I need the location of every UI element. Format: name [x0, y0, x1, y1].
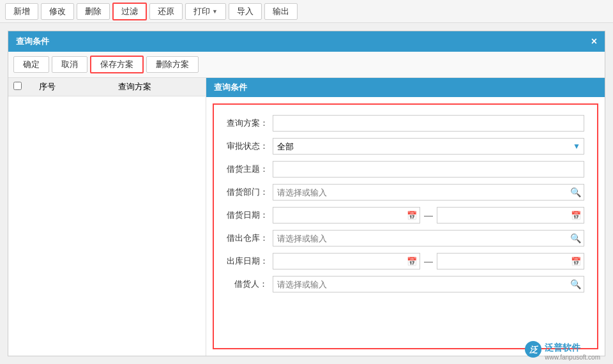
borrow-dept-search-icon[interactable]: 🔍	[570, 187, 581, 197]
scheme-list-header: 序号 查询方案	[8, 78, 206, 96]
borrow-warehouse-label: 借出仓库：	[227, 232, 273, 244]
scheme-list-panel: 序号 查询方案	[8, 78, 206, 356]
borrow-date-label: 借货日期：	[227, 209, 273, 221]
add-button[interactable]: 新增	[5, 3, 38, 20]
borrower-search-icon[interactable]: 🔍	[570, 279, 581, 289]
dialog-title: 查询条件	[16, 36, 49, 47]
borrow-warehouse-input[interactable]	[273, 230, 584, 246]
watermark-logo-icon: 泛	[524, 340, 542, 363]
delete-button[interactable]: 删除	[77, 3, 110, 20]
approval-row: 审批状态： 全部 待审批 已审批 已拒绝 ▼	[227, 138, 584, 155]
approval-select-wrap: 全部 待审批 已审批 已拒绝 ▼	[273, 138, 584, 155]
delete-scheme-button[interactable]: 删除方案	[146, 56, 199, 73]
watermark-company-name: 泛普软件	[545, 342, 600, 354]
borrow-dept-wrap: 🔍	[273, 184, 584, 201]
scheme-label: 查询方案：	[227, 118, 273, 129]
borrow-date-start-input[interactable]	[273, 207, 420, 224]
select-all-checkbox[interactable]	[13, 82, 22, 90]
out-date-end-input[interactable]	[437, 253, 584, 269]
confirm-button[interactable]: 确定	[13, 56, 49, 73]
export-button[interactable]: 输出	[264, 3, 298, 20]
restore-button[interactable]: 还原	[149, 3, 183, 20]
out-date-start-wrap: 📅	[273, 253, 420, 269]
seq-header: 序号	[31, 81, 63, 93]
watermark-url: www.fanpusoft.com	[545, 354, 600, 361]
out-date-end-icon[interactable]: 📅	[571, 257, 581, 266]
out-date-range: 📅 — 📅	[273, 253, 584, 269]
save-scheme-button[interactable]: 保存方案	[90, 56, 144, 73]
print-button[interactable]: 打印 ▼	[185, 3, 226, 20]
dialog-header: 查询条件 ×	[8, 31, 605, 52]
borrower-label: 借货人：	[227, 278, 273, 290]
out-date-start-input[interactable]	[273, 253, 420, 269]
date-separator: —	[423, 210, 434, 220]
watermark: 泛 泛普软件 www.fanpusoft.com	[524, 340, 600, 363]
out-date-end-wrap: 📅	[437, 253, 584, 269]
borrow-date-start-icon[interactable]: 📅	[407, 211, 417, 220]
dialog-toolbar: 确定 取消 保存方案 删除方案	[8, 52, 605, 78]
query-form: 查询方案： 审批状态： 全部 待审批 已审批 已拒绝	[213, 103, 598, 349]
out-date-start-icon[interactable]: 📅	[407, 257, 417, 266]
borrow-date-row: 借货日期： 📅 — 📅	[227, 207, 584, 224]
edit-button[interactable]: 修改	[41, 3, 74, 20]
close-button[interactable]: ×	[591, 36, 597, 47]
out-date-separator: —	[423, 256, 434, 266]
svg-text:泛: 泛	[529, 345, 538, 354]
out-date-row: 出库日期： 📅 — 📅	[227, 253, 584, 269]
main-area: 查询条件 × 确定 取消 保存方案 删除方案 序号 查询方案	[0, 31, 613, 364]
borrow-subject-label: 借货主题：	[227, 163, 273, 175]
borrow-subject-row: 借货主题：	[227, 161, 584, 178]
borrower-wrap: 🔍	[273, 276, 584, 292]
scheme-list-body	[8, 96, 206, 356]
print-arrow-icon: ▼	[212, 8, 218, 15]
scheme-row: 查询方案：	[227, 115, 584, 132]
borrow-subject-input[interactable]	[273, 161, 584, 178]
dialog-body: 序号 查询方案 查询条件 查询方案： 审批状态：	[8, 78, 605, 356]
query-dialog: 查询条件 × 确定 取消 保存方案 删除方案 序号 查询方案	[8, 31, 605, 356]
borrow-warehouse-wrap: 🔍	[273, 230, 584, 246]
cancel-button[interactable]: 取消	[52, 56, 87, 73]
scheme-input[interactable]	[273, 115, 584, 132]
borrow-date-end-icon[interactable]: 📅	[571, 211, 581, 220]
main-toolbar: 新增 修改 删除 过滤 还原 打印 ▼ 导入 输出	[0, 0, 613, 23]
import-button[interactable]: 导入	[229, 3, 262, 20]
query-conditions-header: 查询条件	[206, 78, 605, 97]
borrow-date-range: 📅 — 📅	[273, 207, 584, 224]
out-date-label: 出库日期：	[227, 255, 273, 267]
borrow-date-end-wrap: 📅	[437, 207, 584, 224]
borrow-dept-row: 借货部门： 🔍	[227, 184, 584, 201]
borrow-date-start-wrap: 📅	[273, 207, 420, 224]
approval-label: 审批状态：	[227, 140, 273, 152]
watermark-text-block: 泛普软件 www.fanpusoft.com	[545, 342, 600, 361]
borrow-dept-label: 借货部门：	[227, 186, 273, 198]
borrow-date-end-input[interactable]	[437, 207, 584, 224]
borrow-dept-input[interactable]	[273, 184, 584, 201]
filter-button[interactable]: 过滤	[112, 3, 147, 20]
borrow-warehouse-row: 借出仓库： 🔍	[227, 230, 584, 246]
scheme-name-header: 查询方案	[68, 81, 201, 93]
approval-select[interactable]: 全部 待审批 已审批 已拒绝	[273, 138, 584, 155]
query-conditions-panel: 查询条件 查询方案： 审批状态： 全部 待审批	[206, 78, 605, 356]
borrower-row: 借货人： 🔍	[227, 276, 584, 292]
borrow-warehouse-search-icon[interactable]: 🔍	[570, 233, 581, 243]
borrower-input[interactable]	[273, 276, 584, 292]
